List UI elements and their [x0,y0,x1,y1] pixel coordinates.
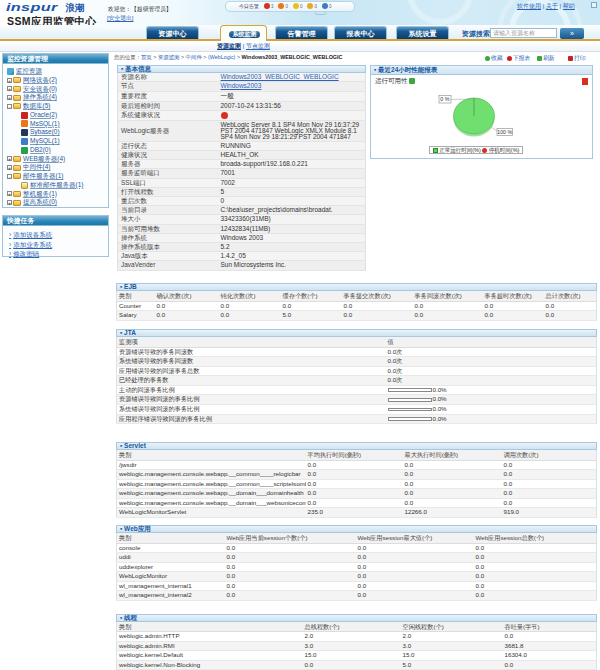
svg-text:100 %: 100 % [497,129,512,135]
svg-text:0 %: 0 % [440,96,449,102]
